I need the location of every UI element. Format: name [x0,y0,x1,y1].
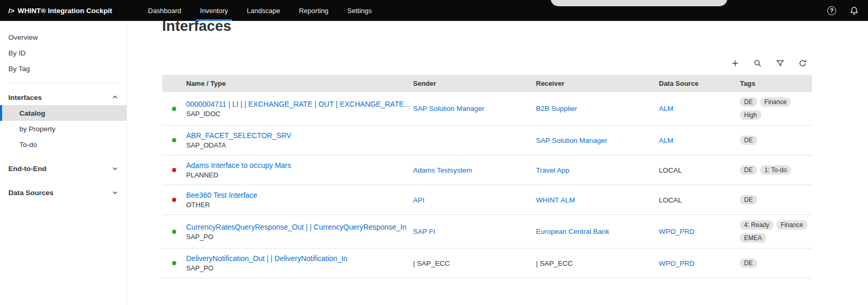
tag-chip: EMEA [740,233,766,243]
tag-chip: 4: Ready [740,220,773,230]
nav-item-dashboard[interactable]: Dashboard [139,0,191,21]
status-cell [162,261,186,265]
chevron-down-icon [112,165,118,172]
receiver-cell: | SAP_ECC [536,259,659,267]
table-toolbar [162,52,812,75]
tag-chip: DE [740,195,757,205]
bell-icon[interactable] [850,6,859,15]
source-text: LOCAL [659,166,682,174]
name-type-cell: Adams Interface to occupy Mars PLANNED [186,161,413,179]
status-dot [172,107,176,111]
sidebar-item-by-property[interactable]: by Property [0,121,127,137]
sender-text[interactable]: Adams Testsystem [413,166,472,174]
table-row: 0000004711 | LI | | EXCHANGE_RATE | OUT … [162,92,812,126]
interface-name-link[interactable]: 0000004711 | LI | | EXCHANGE_RATE | OUT … [186,99,413,109]
status-cell [162,168,186,172]
name-type-cell: DeliveryNotification_Out | | DeliveryNot… [186,254,413,273]
tags-cell: DE [740,258,809,268]
data-source-cell: LOCAL [659,166,740,174]
name-type-cell: 0000004711 | LI | | EXCHANGE_RATE | OUT … [186,99,413,118]
sidebar: Overview By ID By Tag Interfaces Catalog… [0,21,127,305]
sidebar-item-by-id[interactable]: By ID [0,45,127,61]
nav-item-inventory[interactable]: Inventory [191,0,237,21]
interface-name-link[interactable]: Bee360 Test Interface [186,190,413,200]
receiver-text[interactable]: B2B Supplier [536,105,577,112]
status-dot [172,230,176,234]
status-cell [162,107,186,111]
data-source-cell: ALM [659,105,740,112]
sidebar-item-catalog[interactable]: Catalog [0,105,127,121]
tags-cell: DEFinanceHigh [740,97,809,120]
table-body: 0000004711 | LI | | EXCHANGE_RATE | OUT … [162,92,812,278]
app-logo: /> WHINT® Integration Cockpit [0,7,127,15]
sender-cell: Adams Testsystem [413,166,536,174]
help-icon[interactable]: ? [827,6,836,15]
column-header-tags: Tags [740,80,812,87]
search-icon[interactable] [753,59,762,67]
table-header-row: Name / Type Sender Receiver Data Source … [162,75,812,92]
nav-item-landscape[interactable]: Landscape [237,0,290,21]
data-source-cell: ALM [659,137,740,144]
status-cell [162,230,186,234]
tag-chip: DE [740,165,757,175]
interfaces-table: Name / Type Sender Receiver Data Source … [162,52,812,278]
add-icon[interactable] [731,59,739,67]
tag-chip: DE [740,97,757,107]
name-type-cell: CurrencyRatesQueryResponse_Out | | Curre… [186,222,413,241]
interface-name-link[interactable]: Adams Interface to occupy Mars [186,161,413,170]
interface-name-link[interactable]: ABR_FACET_SELECTOR_SRV [186,131,413,140]
sidebar-item-overview[interactable]: Overview [0,29,127,45]
column-header-data-source: Data Source [659,80,740,87]
source-text[interactable]: ALM [659,105,673,112]
receiver-text[interactable]: European Central Bank [536,228,609,235]
tags-cell: DE [740,135,809,145]
sender-text[interactable]: API [413,196,425,204]
interface-name-link[interactable]: DeliveryNotification_Out | | DeliveryNot… [186,254,413,263]
tags-cell: DE [740,195,809,205]
interface-type: SAP_PO [186,232,413,241]
tags-cell: DE1: To-do [740,165,809,175]
table-row: Bee360 Test Interface OTHER API WHINT AL… [162,185,812,215]
source-text[interactable]: WPO_PRD [659,228,694,235]
tag-chip: 1: To-do [760,165,791,175]
interface-type: OTHER [186,200,413,209]
interface-name-link[interactable]: CurrencyRatesQueryResponse_Out | | Curre… [186,222,413,232]
sidebar-item-to-do[interactable]: To-do [0,137,127,152]
header-actions: ? [827,6,868,15]
receiver-text[interactable]: Travel App [536,166,569,174]
receiver-text[interactable]: WHINT ALM [536,196,575,204]
data-source-cell: WPO_PRD [659,228,740,235]
refresh-icon[interactable] [798,59,807,67]
source-text[interactable]: ALM [659,137,673,144]
name-type-cell: Bee360 Test Interface OTHER [186,190,413,209]
table-row: DeliveryNotification_Out | | DeliveryNot… [162,248,812,278]
source-text[interactable]: WPO_PRD [659,259,694,267]
sidebar-section-label: Data Sources [8,189,53,197]
nav-item-reporting[interactable]: Reporting [290,0,338,21]
sender-text[interactable]: SAP FI [413,228,436,235]
status-dot [172,198,176,202]
receiver-text[interactable]: SAP Solution Manager [536,137,607,144]
receiver-cell: Travel App [536,166,659,174]
sidebar-section-end-to-end[interactable]: End-to-End [0,161,127,176]
chevron-up-icon [112,94,118,100]
data-source-cell: WPO_PRD [659,259,740,267]
sender-text[interactable]: SAP Solution Manager [413,105,484,112]
sidebar-section-interfaces[interactable]: Interfaces [0,89,127,105]
filter-icon[interactable] [776,59,784,67]
sidebar-section-data-sources[interactable]: Data Sources [0,185,127,200]
sidebar-divider [8,83,118,83]
sender-text: | SAP_ECC [413,259,450,267]
global-search-input[interactable] [551,0,727,6]
receiver-cell: B2B Supplier [536,105,659,112]
sidebar-item-by-tag[interactable]: By Tag [0,61,127,76]
status-dot [172,138,176,142]
tags-cell: 4: ReadyFinanceEMEA [740,220,809,243]
sender-cell: API [413,196,536,204]
top-nav: Dashboard Inventory Landscape Reporting … [139,0,381,21]
status-cell [162,138,186,142]
sender-cell: | SAP_ECC [413,259,536,267]
tag-chip: Finance [760,97,791,107]
tag-chip: DE [740,135,757,145]
nav-item-settings[interactable]: Settings [338,0,381,21]
